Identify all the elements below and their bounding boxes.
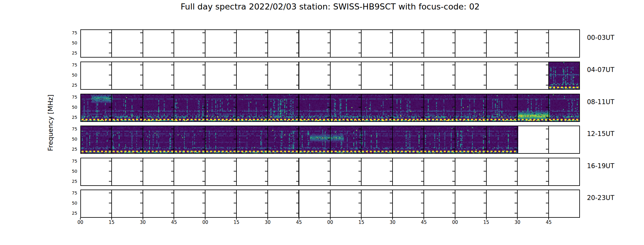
y-tick (484, 75, 486, 75)
spectrogram-panel-16-19UT (80, 158, 580, 186)
subplot-separator (111, 126, 112, 153)
y-tick (358, 129, 361, 129)
subplot-separator (330, 126, 331, 153)
subplot-separator (486, 158, 487, 185)
y-tick (484, 193, 486, 193)
subplot-separator (174, 126, 174, 153)
y-tick (515, 149, 517, 149)
subplot-separator (361, 158, 362, 185)
subplot-separator (330, 30, 331, 57)
subplot-separator (267, 126, 268, 153)
y-tick (140, 213, 143, 213)
subplot-separator (424, 126, 424, 153)
y-tick (358, 181, 361, 182)
subplot-separator (111, 94, 112, 121)
x-tick-label: 00 (202, 220, 208, 225)
subplot-separator (143, 190, 143, 217)
y-tick (109, 193, 111, 193)
y-tick (421, 43, 424, 43)
x-tick-label: 45 (296, 220, 302, 225)
y-tick (515, 75, 517, 75)
y-tick (452, 65, 455, 65)
subplot-separator (392, 94, 393, 121)
y-tick (171, 97, 174, 97)
subplot-separator (143, 30, 143, 57)
y-tick (358, 117, 361, 118)
y-tick (390, 193, 392, 193)
y-tick (202, 85, 205, 85)
y-tick (515, 117, 517, 118)
y-tick (421, 203, 424, 203)
y-tick (421, 193, 424, 193)
y-tick (421, 139, 424, 139)
y-tick (140, 65, 143, 65)
y-tick (452, 171, 455, 172)
subplot-separator (486, 190, 487, 217)
subplot-separator (236, 62, 237, 89)
subplot-separator (174, 30, 174, 57)
y-tick (546, 43, 548, 43)
y-tick (390, 85, 392, 85)
y-tick (390, 149, 392, 149)
y-tick (140, 75, 143, 75)
y-tick (140, 43, 143, 43)
subplot-separator (330, 158, 331, 185)
y-tick (452, 53, 455, 53)
y-tick (234, 65, 236, 65)
y-tick (546, 149, 548, 149)
y-tick (358, 75, 361, 75)
subplot-separator (548, 126, 549, 153)
y-tick (484, 65, 486, 65)
y-tick (546, 65, 548, 65)
y-tick (358, 213, 361, 213)
y-tick (171, 85, 174, 85)
subplot-separator (517, 30, 518, 57)
subplot-separator (111, 30, 112, 57)
x-tick-label: 15 (109, 220, 114, 225)
y-tick (109, 117, 111, 118)
row-label-12-15UT: 12-15UT (587, 130, 614, 138)
subplot-separator (424, 158, 424, 185)
y-tick (546, 203, 548, 203)
y-tick (202, 139, 205, 139)
x-tick-label: 30 (140, 220, 146, 225)
x-tick-label: 45 (171, 220, 177, 225)
subplot-separator (517, 62, 518, 89)
y-tick (546, 75, 548, 75)
subplot-separator (548, 30, 549, 57)
y-tick (328, 107, 330, 107)
y-tick (140, 107, 143, 107)
y-tick (484, 85, 486, 85)
y-tick (452, 97, 455, 97)
subplot-separator (174, 158, 174, 185)
y-tick (484, 53, 486, 53)
y-tick-label: 25 (64, 83, 77, 88)
y-tick (515, 85, 517, 85)
y-tick (546, 97, 548, 97)
y-tick (390, 181, 392, 182)
subplot-separator (111, 62, 112, 89)
y-tick-label: 50 (64, 201, 77, 205)
y-tick (234, 97, 236, 97)
y-tick (515, 129, 517, 129)
y-tick (140, 161, 143, 161)
y-tick (296, 203, 299, 203)
subplot-separator (392, 62, 393, 89)
y-tick (140, 32, 143, 33)
subplot-separator (548, 62, 549, 89)
panel-interior (81, 190, 579, 217)
y-tick (140, 203, 143, 203)
subplot-separator (424, 94, 424, 121)
y-tick (546, 171, 548, 172)
subplot-separator (205, 158, 205, 185)
y-tick (265, 213, 267, 213)
subplot-separator (330, 190, 331, 217)
y-tick (202, 181, 205, 182)
y-tick (421, 181, 424, 182)
y-tick (171, 171, 174, 172)
y-tick (452, 75, 455, 75)
y-tick (421, 85, 424, 85)
y-tick-label: 75 (64, 126, 77, 131)
x-tick-label: 45 (546, 220, 552, 225)
y-tick (546, 107, 548, 107)
